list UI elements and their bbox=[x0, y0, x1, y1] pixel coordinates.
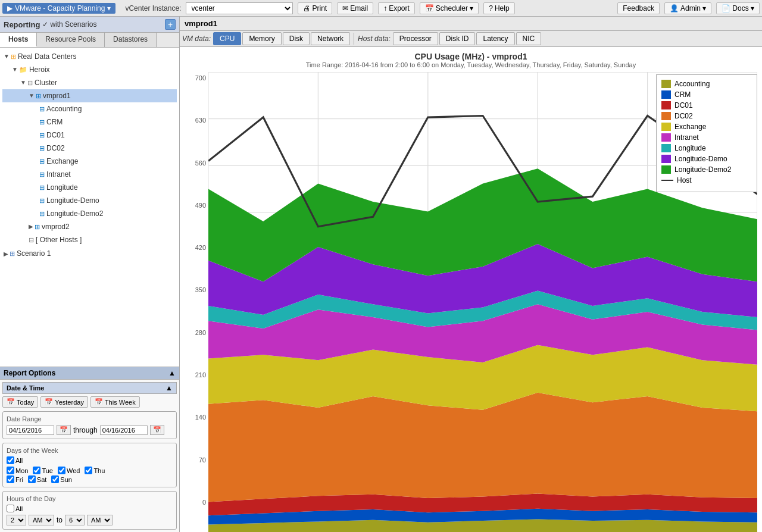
all-days-checkbox[interactable] bbox=[7, 456, 14, 464]
tab-disk-id[interactable]: Disk ID bbox=[439, 32, 476, 45]
collapse-scenario1[interactable]: ▶ bbox=[4, 251, 8, 257]
tree-row-scenario1[interactable]: ▶ ⊞ Scenario 1 bbox=[2, 249, 177, 258]
docs-icon: 📄 bbox=[722, 4, 730, 12]
tree-row-crm[interactable]: ⊞ CRM bbox=[2, 115, 177, 129]
to-ampm-select[interactable]: AM PM bbox=[87, 515, 113, 525]
all-days-check[interactable]: All bbox=[7, 456, 23, 464]
tree-row-cluster[interactable]: ▼ ⊟ Cluster bbox=[2, 76, 177, 89]
feedback-button[interactable]: Feedback bbox=[617, 2, 660, 14]
tree-row-heroix[interactable]: ▼ 📁 Heroix bbox=[2, 63, 177, 76]
tree-row-real-dc[interactable]: ▼ ⊞ Real Data Centers bbox=[2, 50, 177, 63]
tab-memory[interactable]: Memory bbox=[242, 32, 281, 45]
legend-color-accounting bbox=[661, 80, 671, 88]
tree-row-accounting[interactable]: ⊞ Accounting bbox=[2, 102, 177, 115]
tree-row-vmprod2[interactable]: ▶ ⊞ vmprod2 bbox=[2, 220, 177, 233]
tree-row-exchange[interactable]: ⊞ Exchange bbox=[2, 155, 177, 168]
this-week-button[interactable]: 📅 This Week bbox=[90, 396, 140, 408]
from-cal-button[interactable]: 📅 bbox=[57, 425, 71, 435]
tree-row-longitude[interactable]: ⊞ Longitude bbox=[2, 181, 177, 194]
sat-check[interactable]: Sat bbox=[28, 475, 47, 483]
y-label-0: 0 bbox=[202, 499, 206, 506]
tab-datastores[interactable]: Datastores bbox=[105, 33, 157, 47]
date-range-label: Date Range bbox=[7, 415, 173, 423]
tree-row-intranet[interactable]: ⊞ Intranet bbox=[2, 168, 177, 181]
collapse-real-dc[interactable]: ▼ bbox=[4, 51, 10, 62]
tab-network[interactable]: Network bbox=[311, 32, 350, 45]
tree-label-scenario1: Scenario 1 bbox=[17, 249, 51, 258]
print-button[interactable]: 🖨 Print bbox=[298, 2, 332, 14]
tree-label-vmprod2: vmprod2 bbox=[42, 221, 70, 233]
date-time-title: Date & Time bbox=[7, 384, 44, 392]
fri-check[interactable]: Fri bbox=[7, 475, 23, 483]
legend-item-host: Host bbox=[661, 176, 752, 184]
tab-cpu[interactable]: CPU bbox=[213, 32, 241, 45]
tree-row-vmprod1[interactable]: ▼ ⊞ vmprod1 bbox=[2, 89, 177, 102]
from-date-input[interactable] bbox=[7, 425, 54, 435]
tree-row-other-hosts[interactable]: ⊟ [ Other Hosts ] bbox=[2, 233, 177, 246]
export-button[interactable]: ↑ Export bbox=[378, 2, 415, 14]
today-button[interactable]: 📅 Today bbox=[2, 396, 38, 408]
tab-resource-pools[interactable]: Resource Pools bbox=[37, 33, 105, 47]
all-hours-checkbox[interactable] bbox=[7, 505, 14, 512]
email-button[interactable]: ✉ Email bbox=[337, 2, 373, 14]
legend-label-longitude-demo2: Longitude-Demo2 bbox=[674, 165, 731, 174]
collapse-vmprod1[interactable]: ▼ bbox=[29, 90, 35, 102]
from-hour-select[interactable]: 2 bbox=[7, 515, 26, 525]
y-label-210: 210 bbox=[195, 371, 206, 378]
collapse-vmprod2[interactable]: ▶ bbox=[29, 221, 33, 233]
docs-button[interactable]: 📄 Docs ▾ bbox=[716, 2, 760, 14]
admin-button[interactable]: 👤 Admin ▾ bbox=[664, 2, 711, 14]
legend-color-dc02 bbox=[661, 112, 671, 120]
tree-label-intranet: Intranet bbox=[46, 168, 71, 180]
to-date-input[interactable] bbox=[100, 425, 148, 435]
app-title: ▶ VMware - Capacity Planning ▾ bbox=[2, 3, 115, 14]
collapse-date-time[interactable]: ▲ bbox=[165, 384, 173, 392]
vcenter-select[interactable]: vcenter bbox=[186, 2, 293, 14]
vm-icon: ⊞ bbox=[39, 195, 45, 206]
to-cal-button[interactable]: 📅 bbox=[150, 425, 164, 435]
top-bar: ▶ VMware - Capacity Planning ▾ vCenter I… bbox=[0, 0, 762, 17]
legend-label-accounting: Accounting bbox=[674, 80, 710, 88]
legend-label-crm: CRM bbox=[674, 90, 691, 99]
left-tab-bar: Hosts Resource Pools Datastores bbox=[0, 33, 179, 48]
reporting-header: Reporting ✓ with Scenarios + bbox=[0, 17, 179, 33]
tree-row-dc02[interactable]: ⊞ DC02 bbox=[2, 142, 177, 155]
tab-hosts[interactable]: Hosts bbox=[0, 33, 37, 47]
tab-disk[interactable]: Disk bbox=[283, 32, 310, 45]
tab-latency[interactable]: Latency bbox=[476, 32, 514, 45]
add-scenario-button[interactable]: + bbox=[165, 19, 176, 30]
tree-row-longitude-demo[interactable]: ⊞ Longitude-Demo bbox=[2, 194, 177, 207]
tree-area[interactable]: ▼ ⊞ Real Data Centers ▼ 📁 Heroix ▼ ⊟ bbox=[0, 48, 179, 367]
legend-label-host: Host bbox=[677, 176, 692, 184]
legend-line-host bbox=[661, 180, 673, 181]
to-hour-select[interactable]: 6 bbox=[65, 515, 85, 525]
legend-item-intranet: Intranet bbox=[661, 133, 752, 142]
export-icon: ↑ bbox=[383, 4, 387, 12]
tree-row-dc01[interactable]: ⊞ DC01 bbox=[2, 129, 177, 142]
report-options-body: Date & Time ▲ 📅 Today 📅 Yesterday 📅 This bbox=[0, 380, 179, 532]
collapse-heroix[interactable]: ▼ bbox=[12, 64, 18, 76]
wed-check[interactable]: Wed bbox=[58, 467, 80, 474]
tree-node-real-dc: ▼ ⊞ Real Data Centers ▼ 📁 Heroix ▼ ⊟ bbox=[2, 50, 177, 246]
all-hours-check[interactable]: All bbox=[7, 505, 23, 512]
mon-check[interactable]: Mon bbox=[7, 467, 28, 474]
legend-item-dc01: DC01 bbox=[661, 101, 752, 109]
collapse-report-options[interactable]: ▲ bbox=[168, 369, 176, 377]
thu-check[interactable]: Thu bbox=[85, 467, 105, 474]
legend-color-crm bbox=[661, 90, 671, 99]
vm-icon: ⊞ bbox=[39, 142, 45, 154]
legend-label-dc01: DC01 bbox=[674, 101, 693, 109]
scheduler-button[interactable]: 📅 Scheduler ▾ bbox=[420, 2, 479, 14]
vm-group-icon: ⊞ bbox=[35, 221, 40, 233]
legend-label-intranet: Intranet bbox=[674, 133, 699, 142]
tab-processor[interactable]: Processor bbox=[393, 32, 438, 45]
tue-check[interactable]: Tue bbox=[33, 467, 53, 474]
y-label-700: 700 bbox=[195, 74, 206, 82]
tree-row-longitude-demo2[interactable]: ⊞ Longitude-Demo2 bbox=[2, 207, 177, 220]
from-ampm-select[interactable]: AM PM bbox=[29, 515, 54, 525]
collapse-cluster[interactable]: ▼ bbox=[20, 77, 26, 89]
tab-nic[interactable]: NIC bbox=[516, 32, 542, 45]
yesterday-button[interactable]: 📅 Yesterday bbox=[40, 396, 88, 408]
help-button[interactable]: ? Help bbox=[483, 2, 514, 14]
sun-check[interactable]: Sun bbox=[51, 475, 72, 483]
